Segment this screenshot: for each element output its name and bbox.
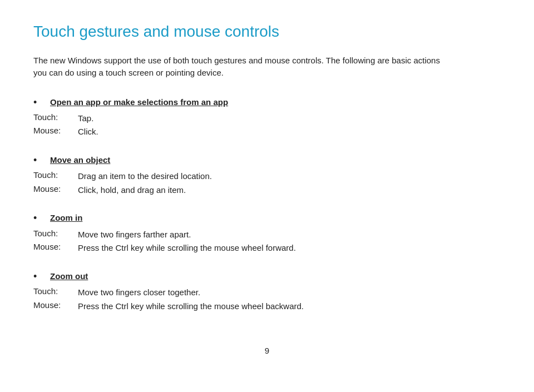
detail-row-move-object-0: Touch:Drag an item to the desired locati… (33, 170, 501, 183)
detail-row-zoom-in-0: Touch:Move two fingers farther apart. (33, 229, 501, 241)
section-move-object: •Move an objectTouch:Drag an item to the… (33, 154, 501, 196)
detail-value: Press the Ctrl key while scrolling the m… (78, 242, 296, 255)
detail-value: Click. (78, 126, 98, 138)
detail-value: Click, hold, and drag an item. (78, 184, 186, 197)
detail-value: Move two fingers closer together. (78, 286, 200, 299)
detail-row-move-object-1: Mouse:Click, hold, and drag an item. (33, 184, 501, 197)
detail-type: Mouse: (33, 184, 78, 193)
intro-line1: The new Windows support the use of both … (33, 56, 440, 65)
bullet-row-zoom-out: •Zoom out (33, 270, 501, 283)
bullet-row-zoom-in: •Zoom in (33, 212, 501, 225)
detail-type: Touch: (33, 286, 78, 296)
bullet-label-zoom-in: Zoom in (50, 212, 82, 224)
detail-row-open-app-0: Touch:Tap. (33, 112, 501, 125)
sections-container: •Open an app or make selections from an … (33, 96, 501, 313)
detail-type: Touch: (33, 170, 78, 180)
detail-row-open-app-1: Mouse:Click. (33, 126, 501, 138)
detail-value: Press the Ctrl key while scrolling the m… (78, 300, 304, 313)
bullet-dot: • (33, 270, 48, 283)
detail-row-zoom-out-1: Mouse:Press the Ctrl key while scrolling… (33, 300, 501, 313)
bullet-label-move-object: Move an object (50, 154, 110, 166)
intro-line2: you can do using a touch screen or point… (33, 68, 224, 77)
bullet-row-move-object: •Move an object (33, 154, 501, 167)
detail-value: Tap. (78, 112, 93, 125)
bullet-dot: • (33, 96, 48, 109)
bullet-label-zoom-out: Zoom out (50, 270, 88, 282)
bullet-dot: • (33, 154, 48, 167)
detail-type: Mouse: (33, 242, 78, 251)
detail-value: Drag an item to the desired location. (78, 170, 212, 183)
detail-type: Mouse: (33, 126, 78, 135)
section-zoom-in: •Zoom inTouch:Move two fingers farther a… (33, 212, 501, 254)
detail-type: Mouse: (33, 300, 78, 310)
detail-row-zoom-out-0: Touch:Move two fingers closer together. (33, 286, 501, 299)
page-title: Touch gestures and mouse controls (33, 22, 501, 41)
page-number: 9 (33, 346, 501, 355)
detail-value: Move two fingers farther apart. (78, 229, 191, 241)
detail-type: Touch: (33, 112, 78, 122)
intro-paragraph: The new Windows support the use of both … (33, 54, 490, 80)
section-open-app: •Open an app or make selections from an … (33, 96, 501, 138)
bullet-label-open-app: Open an app or make selections from an a… (50, 96, 228, 108)
bullet-dot: • (33, 212, 48, 225)
bullet-row-open-app: •Open an app or make selections from an … (33, 96, 501, 109)
detail-type: Touch: (33, 229, 78, 238)
detail-row-zoom-in-1: Mouse:Press the Ctrl key while scrolling… (33, 242, 501, 255)
section-zoom-out: •Zoom outTouch:Move two fingers closer t… (33, 270, 501, 312)
